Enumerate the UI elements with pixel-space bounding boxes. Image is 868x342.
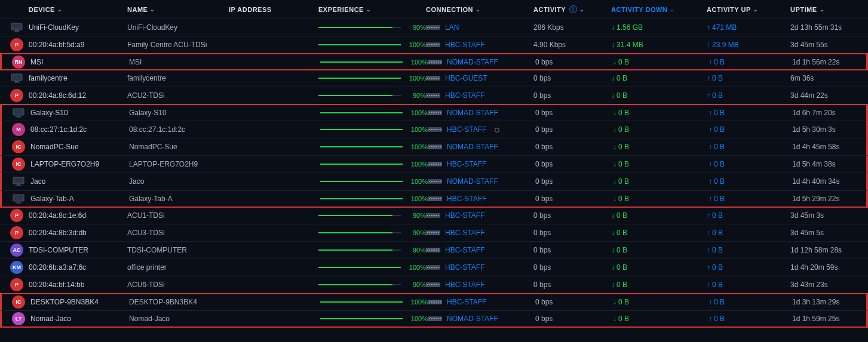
table-row[interactable]: RNMSIMSI100%NOMAD-STAFF0 bps↓0 B↑0 B1d 1… [0, 53, 868, 70]
connection-cell[interactable]: NOMAD-STAFF [428, 143, 535, 151]
device-cell[interactable]: LAPTOP-ERG7O2H9 [30, 160, 129, 168]
connection-cell[interactable]: HBC-STAFF [428, 298, 535, 306]
connection-link[interactable]: HBC-GUEST [445, 74, 487, 82]
device-cell[interactable]: 08:cc:27:1c:1d:2c [30, 125, 129, 134]
device-cell[interactable]: Galaxy-S10 [30, 109, 129, 117]
device-cell[interactable]: familycentre [29, 74, 127, 82]
table-row[interactable]: P00:20:4a:8b:3d:dbACU3-TDSi90%HBC-STAFF0… [0, 224, 868, 242]
device-cell[interactable]: Nomad-Jaco [30, 315, 129, 323]
connection-link[interactable]: NOMAD-STAFF [447, 109, 498, 117]
header-label: UPTIME [790, 6, 817, 13]
connection-link[interactable]: NOMAD-STAFF [447, 177, 498, 186]
table-row[interactable]: P00:20:4a:bf:5d:a9Family Centre ACU-TDSi… [0, 36, 868, 54]
connection-cell[interactable]: HBC-STAFF [426, 91, 533, 100]
col-header-connection[interactable]: CONNECTION ⌄ [426, 6, 533, 13]
svg-rect-61 [434, 129, 435, 130]
svg-rect-70 [436, 146, 437, 147]
device-cell[interactable]: 00:20:6b:a3:a7:6c [29, 263, 127, 272]
device-cell[interactable]: 00:20:4a:bf:14:bb [29, 281, 127, 289]
connection-link[interactable]: HBC-STAFF [447, 160, 486, 168]
table-row[interactable]: JacoJaco100%NOMAD-STAFF0 bps↓0 B↑0 B1d 4… [0, 173, 868, 190]
down-value: 0 B [618, 195, 629, 203]
table-row[interactable]: UniFi-CloudKeyUniFi-CloudKey90%LAN286 Kb… [0, 19, 868, 36]
col-header-name[interactable]: NAME ⌄ [127, 6, 229, 13]
connection-link[interactable]: LAN [445, 23, 459, 32]
chevron-down-icon: ⌄ [150, 7, 155, 13]
table-row[interactable]: ICDESKTOP-9BN3BK4DESKTOP-9BN3BK4100%HBC-… [0, 293, 868, 310]
connection-cell[interactable]: LAN [426, 23, 533, 32]
device-cell[interactable]: Jaco [30, 177, 129, 186]
table-row[interactable]: LTNomad-JacoNomad-Jaco100%NOMAD-STAFF0 b… [0, 310, 868, 328]
clients-table: DEVICE ⌄ NAME ⌄ IP ADDRESS EXPERIENCE ⌄ … [0, 0, 868, 328]
activity-cell: 0 bps [535, 298, 613, 306]
table-row[interactable]: ICLAPTOP-ERG7O2H9LAPTOP-ERG7O2H9100%HBC-… [0, 156, 868, 173]
col-header-device[interactable]: DEVICE ⌄ [29, 6, 127, 13]
table-row[interactable]: ACTDSI-COMPUTERTDSI-COMPUTER90%HBC-STAFF… [0, 242, 868, 259]
arrow-up-icon: ↑ [707, 211, 710, 220]
connection-cell[interactable]: HBC-STAFF [426, 263, 533, 272]
connection-cell[interactable]: HBC-STAFF [426, 229, 533, 237]
connection-link[interactable]: HBC-STAFF [445, 263, 484, 272]
connection-cell[interactable]: HBC-STAFF [426, 211, 533, 220]
device-cell[interactable]: 00:20:4a:8c:1e:6d [29, 211, 127, 220]
arrow-up-icon: ↑ [707, 246, 710, 254]
connection-cell[interactable]: HBC-STAFF [426, 41, 533, 49]
down-value: 0 B [618, 109, 629, 117]
device-cell[interactable]: TDSI-COMPUTER [29, 246, 127, 254]
connection-link[interactable]: HBC-STAFF [445, 91, 484, 100]
connection-link[interactable]: HBC-STAFF [447, 125, 486, 134]
table-row[interactable]: P00:20:4a:8c:1e:6dACU1-TDSi90%HBC-STAFF0… [0, 207, 868, 224]
svg-rect-129 [429, 267, 430, 268]
info-icon[interactable]: i [569, 5, 577, 13]
connection-cell[interactable]: NOMAD-STAFF [428, 109, 535, 117]
col-header-activity-up[interactable]: ACTIVITY UP ⌄ [707, 6, 790, 13]
device-cell[interactable]: 00:20:4a:8b:3d:db [29, 229, 127, 237]
col-header-activity-down[interactable]: ACTIVITY DOWN ⌄ [611, 6, 707, 13]
connection-cell[interactable]: HBC-STAFF [426, 281, 533, 289]
col-header-uptime[interactable]: UPTIME ⌄ [790, 6, 868, 13]
connection-cell[interactable]: HBC-STAFF [428, 195, 535, 203]
table-row[interactable]: Galaxy-S10Galaxy-S10100%NOMAD-STAFF0 bps… [0, 104, 868, 121]
up-value: 0 B [714, 160, 725, 168]
activity-up-cell: ↑0 B [708, 298, 792, 306]
connection-link[interactable]: HBC-STAFF [445, 229, 484, 237]
svg-rect-9 [436, 27, 437, 28]
connection-link[interactable]: HBC-STAFF [445, 246, 484, 254]
table-row[interactable]: familycentrefamilycentre100%HBC-GUEST0 b… [0, 70, 868, 87]
connection-cell[interactable]: HBC-STAFF [428, 125, 535, 134]
connection-link[interactable]: HBC-STAFF [445, 281, 484, 289]
connection-link[interactable]: NOMAD-STAFF [447, 143, 498, 151]
device-cell[interactable]: MSI [30, 58, 129, 66]
table-row[interactable]: ICNomadPC-SueNomadPC-Sue100%NOMAD-STAFF0… [0, 138, 868, 156]
monitor-icon [12, 194, 25, 204]
table-row[interactable]: P00:20:4a:8c:6d:12ACU2-TDSi90%HBC-STAFF0… [0, 87, 868, 104]
table-row[interactable]: KM00:20:6b:a3:a7:6coffice printer100%HBC… [0, 259, 868, 276]
device-cell[interactable]: Galaxy-Tab-A [30, 195, 129, 203]
connection-cell[interactable]: HBC-STAFF [428, 160, 535, 168]
connection-link[interactable]: HBC-STAFF [447, 195, 486, 203]
col-header-experience[interactable]: EXPERIENCE ⌄ [318, 6, 426, 13]
name-cell: MSI [129, 58, 231, 66]
device-cell[interactable]: UniFi-CloudKey [29, 23, 127, 32]
connection-link[interactable]: NOMAD-STAFF [447, 58, 498, 66]
device-cell[interactable]: 00:20:4a:bf:5d:a9 [29, 41, 127, 49]
connection-cell[interactable]: NOMAD-STAFF [428, 58, 535, 66]
connection-cell[interactable]: HBC-STAFF [426, 246, 533, 254]
connection-link[interactable]: HBC-STAFF [445, 211, 484, 220]
table-row[interactable]: M08:cc:27:1c:1d:2c08:cc:27:1c:1d:2c100%H… [0, 121, 868, 138]
connection-link[interactable]: NOMAD-STAFF [447, 315, 498, 323]
table-row[interactable]: Galaxy-Tab-AGalaxy-Tab-A100%HBC-STAFF0 b… [0, 190, 868, 208]
connection-cell[interactable]: NOMAD-STAFF [428, 315, 535, 323]
table-row[interactable]: P00:20:4a:bf:14:bbACU6-TDSi90%HBC-STAFF0… [0, 276, 868, 294]
connection-link[interactable]: HBC-STAFF [445, 41, 484, 49]
connection-link[interactable]: HBC-STAFF [447, 298, 486, 306]
device-cell[interactable]: DESKTOP-9BN3BK4 [30, 298, 129, 306]
connection-cell[interactable]: NOMAD-STAFF [428, 177, 535, 186]
arrow-up-icon: ↑ [708, 143, 712, 151]
device-cell[interactable]: NomadPC-Sue [30, 143, 129, 151]
monitor-icon [12, 177, 25, 186]
col-header-activity[interactable]: ACTIVITY i ⌄ [533, 5, 611, 13]
device-cell[interactable]: 00:20:4a:8c:6d:12 [29, 91, 127, 100]
col-header-ip[interactable]: IP ADDRESS [229, 6, 318, 13]
connection-cell[interactable]: HBC-GUEST [426, 74, 533, 82]
